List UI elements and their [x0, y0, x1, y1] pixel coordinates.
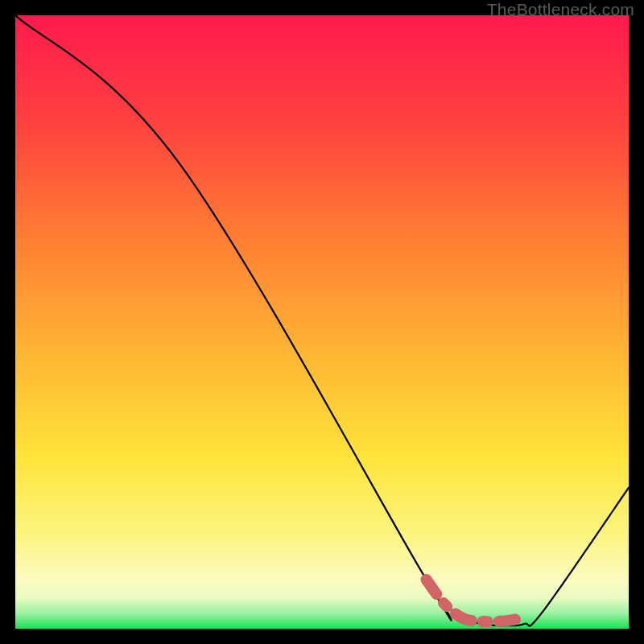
chart-frame: TheBottleneck.com: [0, 0, 644, 644]
curve-layer: [15, 15, 629, 629]
main-curve: [15, 15, 629, 626]
plot-area: [15, 15, 629, 629]
dashed-highlight: [427, 580, 515, 621]
